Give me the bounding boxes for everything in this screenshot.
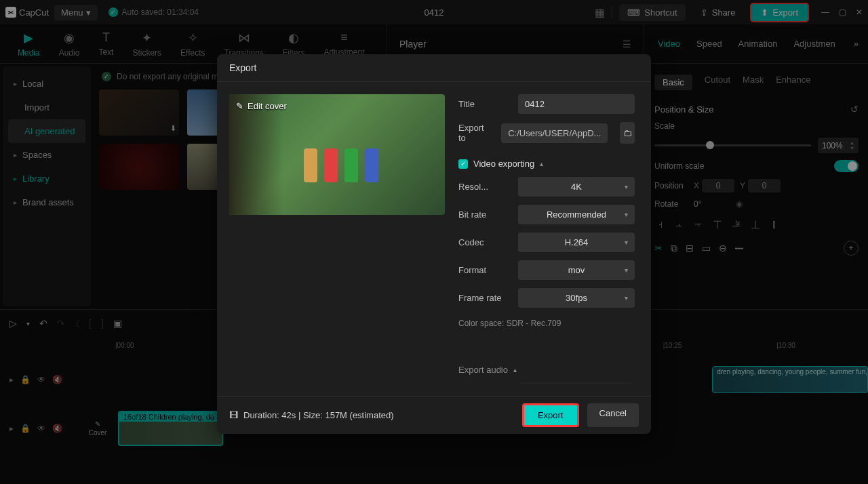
- resolution-label: Resol...: [458, 182, 510, 192]
- film-icon: 🎞: [229, 410, 238, 420]
- audio-format-select[interactable]: MP3▾: [518, 383, 635, 384]
- export-modal: Export ✎Edit cover Title 0412 Export to: [217, 54, 651, 434]
- title-input[interactable]: 0412: [518, 94, 635, 114]
- chevron-up-icon: ▴: [540, 160, 543, 167]
- exportto-label: Export to: [458, 123, 493, 143]
- chevron-down-icon: ▾: [625, 266, 628, 274]
- checkbox-icon[interactable]: ✓: [458, 159, 468, 169]
- bitrate-label: Bit rate: [458, 209, 510, 220]
- chevron-down-icon: ▾: [625, 294, 628, 302]
- chevron-down-icon: ▾: [625, 239, 628, 246]
- modal-title: Export: [217, 54, 651, 82]
- codec-label: Codec: [458, 237, 510, 247]
- browse-folder-button[interactable]: 🗀: [620, 122, 635, 144]
- chevron-up-icon: ▴: [513, 366, 517, 374]
- title-label: Title: [458, 99, 510, 109]
- format-select[interactable]: mov▾: [518, 260, 635, 280]
- video-exporting-section[interactable]: ✓ Video exporting ▴: [458, 159, 635, 169]
- codec-select[interactable]: H.264▾: [518, 233, 635, 252]
- export-confirm-button[interactable]: Export: [522, 403, 579, 427]
- framerate-label: Frame rate: [458, 293, 510, 303]
- folder-icon: 🗀: [623, 128, 632, 138]
- chevron-down-icon: ▾: [625, 211, 628, 218]
- bitrate-select[interactable]: Recommended▾: [518, 205, 635, 224]
- cancel-button[interactable]: Cancel: [587, 403, 639, 427]
- resolution-select[interactable]: 4K▾: [518, 177, 635, 197]
- exportto-path: C:/Users/USER/AppD...: [501, 123, 608, 143]
- pencil-icon: ✎: [236, 101, 243, 111]
- format-label: Format: [458, 265, 510, 275]
- colorspace-note: Color space: SDR - Rec.709: [458, 319, 635, 328]
- duration-info: 🎞Duration: 42s | Size: 157M (estimated): [229, 410, 394, 420]
- cover-preview[interactable]: ✎Edit cover: [229, 94, 445, 215]
- export-audio-section[interactable]: Export audio ▴: [458, 365, 635, 375]
- chevron-down-icon: ▾: [625, 183, 628, 190]
- edit-cover-button[interactable]: ✎Edit cover: [236, 101, 287, 111]
- framerate-select[interactable]: 30fps▾: [518, 288, 635, 308]
